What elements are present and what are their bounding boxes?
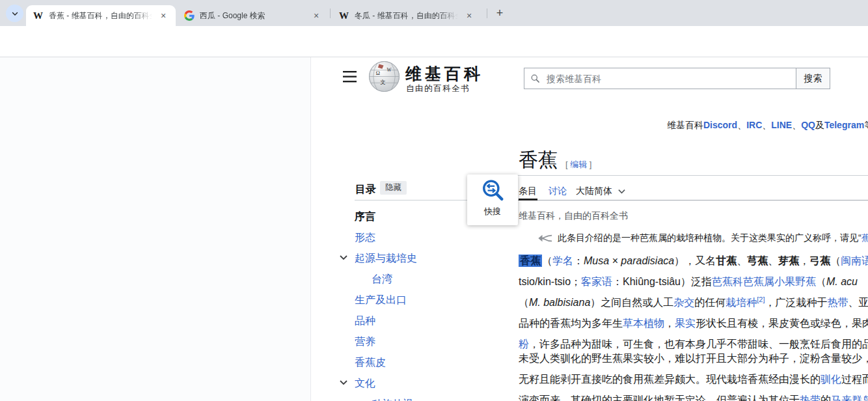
inline-link[interactable]: 草本植物 bbox=[623, 318, 664, 329]
text-segment: （ bbox=[830, 255, 841, 266]
inline-link[interactable]: 杂交 bbox=[673, 297, 694, 308]
text-segment: 及 bbox=[815, 120, 824, 130]
svg-text:Ω: Ω bbox=[376, 70, 380, 76]
text-segment: （ bbox=[816, 276, 826, 287]
wikipedia-page: Ω W 文 维基百科 自由的百科全书 搜索 维基百科Discord、IRC、LI… bbox=[0, 57, 868, 401]
toc-item-culture[interactable]: 文化 bbox=[355, 377, 375, 391]
search-submit-button[interactable]: 搜索 bbox=[796, 68, 830, 89]
inline-link[interactable]: 热带 bbox=[828, 297, 848, 308]
toc-item-taiwan[interactable]: 台湾 bbox=[372, 273, 392, 286]
hatnote: 此条目介绍的是一种芭蕉属的栽培种植物。关于这类果实的广义称呼，请见“蕉”。关 bbox=[537, 232, 868, 244]
text-segment: 此条目介绍的是一种芭蕉属的栽培种植物。关于这类果实的广义称呼，请见“ bbox=[558, 232, 861, 243]
text-segment: M. balbisiana bbox=[529, 297, 590, 308]
article-title: 香蕉 bbox=[519, 147, 558, 174]
inline-link[interactable]: 热带 bbox=[800, 394, 821, 401]
inline-link[interactable]: 编辑 bbox=[570, 159, 587, 169]
toc-item-banana-peel[interactable]: 香蕉皮 bbox=[355, 356, 386, 370]
quick-search-popup[interactable]: 快搜 bbox=[467, 174, 518, 225]
text-segment: 、 bbox=[737, 255, 747, 266]
svg-text:W: W bbox=[387, 67, 391, 73]
inline-link[interactable]: Telegram bbox=[824, 120, 864, 130]
tab-article[interactable]: 条目 bbox=[519, 186, 537, 197]
wiki-tagline: 自由的百科全书 bbox=[406, 83, 470, 94]
chevron-down-icon[interactable] bbox=[340, 380, 348, 388]
inline-link[interactable]: 果实 bbox=[675, 318, 696, 329]
inline-link[interactable]: LINE bbox=[771, 120, 792, 130]
inline-link[interactable]: 客家语 bbox=[581, 276, 612, 287]
inline-link[interactable]: 闽南语 bbox=[841, 255, 868, 266]
inline-link[interactable]: Discord bbox=[703, 120, 737, 130]
close-tab-icon[interactable]: × bbox=[310, 10, 322, 21]
page-left-margin bbox=[0, 57, 311, 401]
tab-banana-wikipedia[interactable]: W 香蕉 - 维基百科，自由的百科全 × bbox=[26, 5, 176, 26]
inline-link[interactable]: 马来群岛 bbox=[831, 394, 868, 401]
tab-title: 冬瓜 - 维基百科，自由的百科全 bbox=[355, 10, 458, 21]
main-menu-hamburger-icon[interactable] bbox=[343, 71, 357, 83]
inline-link[interactable]: 蕉 bbox=[861, 232, 868, 243]
close-tab-icon[interactable]: × bbox=[157, 10, 169, 21]
toc-heading: 目录 bbox=[355, 183, 376, 197]
text-line: 无籽且能剥开直接吃的食用蕉差异颇大。现代栽培香蕉经由漫长的驯化过程而 bbox=[519, 369, 868, 390]
text-segment: 的 bbox=[821, 394, 831, 401]
text-segment: ）之间自然或人工 bbox=[590, 297, 673, 308]
inline-link[interactable]: 学名 bbox=[552, 255, 573, 266]
tab-strip: W 香蕉 - 维基百科，自由的百科全 × 西瓜 - Google 検索 × W … bbox=[0, 0, 868, 26]
text-line: 品种的香蕉均为多年生草本植物，果实形状长且有棱，果皮黄色或绿色，果肉 bbox=[519, 313, 868, 334]
text-segment: ， bbox=[664, 318, 675, 329]
new-tab-button[interactable]: + bbox=[493, 6, 507, 20]
inline-link[interactable]: 驯化 bbox=[821, 374, 841, 385]
quick-search-magnifier-icon[interactable] bbox=[481, 179, 506, 204]
browser-toolbar: zh.wikipedia.org/wiki/香蕉 bbox=[0, 26, 868, 57]
toc-item-racism[interactable]: 种族歧视 bbox=[372, 398, 413, 401]
tab-talk[interactable]: 讨论 bbox=[549, 186, 567, 197]
inline-link[interactable]: 小果野蕉 bbox=[774, 276, 816, 287]
toc-hide-button[interactable]: 隐藏 bbox=[380, 181, 407, 195]
toc-item-production-export[interactable]: 生产及出口 bbox=[355, 294, 407, 307]
chevron-down-icon[interactable] bbox=[340, 255, 348, 263]
edit-link[interactable]: [ 编辑 ] bbox=[565, 159, 591, 171]
text-segment: ： bbox=[573, 255, 584, 266]
toc-item-nutrition[interactable]: 营养 bbox=[355, 335, 375, 349]
text-segment: ，广泛栽种于 bbox=[765, 297, 828, 308]
text-segment: 无籽且能剥开直接吃的食用蕉差异颇大。现代栽培香蕉经由漫长的 bbox=[519, 374, 821, 385]
hatnote-text: 此条目介绍的是一种芭蕉属的栽培种植物。关于这类果实的广义称呼，请见“蕉”。关 bbox=[558, 232, 868, 244]
inline-link[interactable]: 芭蕉属 bbox=[743, 276, 774, 287]
text-segment: 、 bbox=[768, 255, 778, 266]
language-variant-dropdown[interactable]: 大陆简体 bbox=[576, 186, 625, 197]
text-segment: 过程而 bbox=[841, 374, 868, 385]
tab-watermelon-google[interactable]: 西瓜 - Google 検索 × bbox=[177, 5, 329, 26]
text-segment: （ bbox=[519, 297, 529, 308]
inline-link[interactable]: QQ bbox=[801, 120, 815, 130]
search-input[interactable] bbox=[545, 73, 790, 85]
toc-item-origin-history[interactable]: 起源与栽培史 bbox=[355, 252, 417, 266]
inline-link[interactable]: 栽培种 bbox=[726, 297, 757, 308]
text-line: （M. balbisiana）之间自然或人工杂交的任何栽培种[2]，广泛栽种于热… bbox=[519, 292, 868, 313]
wikipedia-favicon-icon: W bbox=[33, 10, 44, 21]
tab-title: 西瓜 - Google 検索 bbox=[200, 10, 305, 21]
google-favicon-icon bbox=[183, 10, 195, 21]
inline-link[interactable]: IRC bbox=[746, 120, 762, 130]
inline-link[interactable]: 芭蕉科 bbox=[712, 276, 743, 287]
tab-search-button[interactable] bbox=[6, 5, 23, 22]
tab-separator bbox=[330, 8, 331, 18]
inline-link[interactable]: [2] bbox=[757, 296, 765, 303]
wiki-search-box: 搜索 bbox=[524, 68, 830, 89]
close-tab-icon[interactable]: × bbox=[463, 10, 475, 21]
wikipedia-globe-logo[interactable]: Ω W 文 bbox=[368, 61, 400, 92]
paragraph-2: 未受人类驯化的野生蕉果实较小，难以打开且大部分为种子，淀粉含量较少， 无籽且能剥… bbox=[519, 348, 868, 401]
wiki-wordmark[interactable]: 维基百科 bbox=[405, 63, 483, 85]
wikipedia-favicon-icon: W bbox=[338, 10, 349, 21]
search-icon bbox=[530, 74, 540, 83]
tab-wintermelon-wikipedia[interactable]: W 冬瓜 - 维基百科，自由的百科全 × bbox=[332, 5, 481, 26]
toc-item-morphology[interactable]: 形态 bbox=[355, 231, 375, 245]
text-line: 未受人类驯化的野生蕉果实较小，难以打开且大部分为种子，淀粉含量较少， bbox=[519, 348, 868, 369]
text-segment: 香蕉 bbox=[519, 255, 542, 267]
text-segment: 甘蕉 bbox=[716, 255, 737, 266]
browser-window: W 香蕉 - 维基百科，自由的百科全 × 西瓜 - Google 検索 × W … bbox=[0, 0, 868, 401]
search-field[interactable] bbox=[524, 68, 796, 89]
active-tab-indicator bbox=[519, 199, 537, 200]
text-segment: 维基百科 bbox=[667, 120, 703, 130]
text-segment: （ bbox=[542, 255, 552, 266]
toc-item-varieties[interactable]: 品种 bbox=[355, 314, 375, 328]
toc-item-intro[interactable]: 序言 bbox=[355, 210, 375, 224]
